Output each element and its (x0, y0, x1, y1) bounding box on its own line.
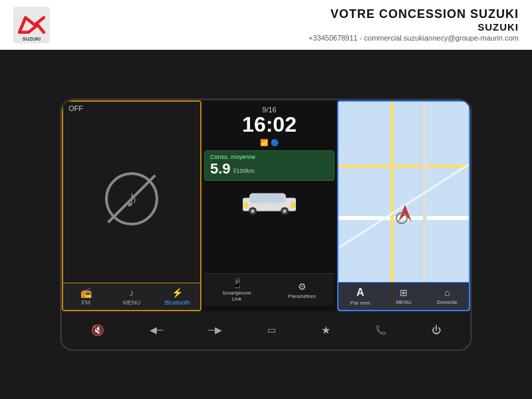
time-display: 16:02 (242, 114, 297, 135)
header-info: VOTRE CONCESSION SUZUKI SUZUKI +33450678… (309, 7, 519, 42)
wifi-status-icon: 📶 (260, 139, 268, 146)
header: SUZUKI VOTRE CONCESSION SUZUKI SUZUKI +3… (0, 0, 532, 50)
no-music-icon: ♪ (105, 172, 158, 225)
mute-icon: 🔇 (91, 324, 104, 336)
audio-off-label: OFF (63, 102, 200, 115)
screen-content: OFF ♪ 📻 FM ♪ MENU ⚡ (62, 100, 470, 312)
date-time-display: 9/16 16:02 (242, 106, 297, 135)
svg-rect-4 (251, 194, 266, 201)
fm-button[interactable]: 📻 FM (63, 283, 109, 310)
dealer-title-line1: VOTRE CONCESSION SUZUKI (309, 7, 519, 21)
smartphone-label: SmartphoneLink (222, 290, 251, 302)
navigation-panel: A Par nom ⊞ MENU ⌂ Domicile (337, 100, 470, 312)
svg-point-9 (283, 209, 287, 213)
svg-line-12 (338, 164, 469, 248)
dealer-contact: +33450678911 - commercial.suzukiannecy@g… (309, 34, 519, 42)
parametres-button[interactable]: ⚙ Paramètres (269, 274, 334, 306)
no-music-area: ♪ (63, 115, 200, 283)
dealer-title-line2: SUZUKI (309, 21, 519, 33)
consumption-card: Conso. moyenne 5.9 l/100km (204, 150, 334, 181)
star-icon: ★ (321, 324, 331, 336)
audio-bottom-bar: 📻 FM ♪ MENU ⚡ Bluetooth (63, 283, 200, 310)
bluetooth-status-icon: 🔵 (271, 139, 279, 146)
mute-button[interactable]: 🔇 (91, 324, 104, 336)
home-icon: ⌂ (444, 287, 450, 298)
par-nom-button[interactable]: A Par nom (338, 283, 382, 310)
map-svg-roads (338, 102, 469, 311)
music-note-icon: ♪ (126, 185, 138, 213)
menu-audio-button[interactable]: ♪ MENU (109, 283, 155, 310)
main-area: OFF ♪ 📻 FM ♪ MENU ⚡ (0, 50, 532, 399)
status-icons-row: 📶 🔵 (260, 139, 279, 146)
svg-rect-10 (243, 202, 248, 207)
volume-up-button[interactable]: ─▶ (208, 325, 222, 335)
domicile-button[interactable]: ⌂ Domicile (426, 283, 469, 310)
domicile-label: Domicile (437, 299, 458, 305)
smartphone-link-button[interactable]: 📱 SmartphoneLink (204, 274, 269, 306)
svg-rect-11 (291, 202, 296, 207)
phone-button[interactable]: 📞 (375, 325, 386, 335)
favorites-button[interactable]: ★ (321, 324, 331, 336)
parametres-label: Paramètres (288, 293, 315, 299)
power-icon: ⏻ (432, 325, 441, 335)
svg-point-7 (251, 209, 255, 213)
audio-panel: OFF ♪ 📻 FM ♪ MENU ⚡ (62, 100, 201, 312)
consumption-unit: l/100km (233, 167, 255, 174)
par-nom-icon: A (356, 287, 364, 299)
consumption-value: 5.9 (210, 160, 231, 177)
bluetooth-label: Bluetooth (165, 299, 190, 306)
car-infotainment-screen: OFF ♪ 📻 FM ♪ MENU ⚡ (60, 98, 472, 351)
nav-bottom-bar: A Par nom ⊞ MENU ⌂ Domicile (338, 282, 469, 310)
volume-up-icon: ─▶ (208, 325, 222, 335)
screen-icon: ▭ (267, 325, 276, 335)
menu-audio-icon: ♪ (130, 287, 134, 298)
power-button[interactable]: ⏻ (432, 325, 441, 335)
screen-toggle-button[interactable]: ▭ (267, 325, 276, 335)
nav-menu-button[interactable]: ⊞ MENU (382, 283, 425, 310)
fm-label: FM (82, 299, 90, 306)
contact-separator: - (360, 34, 364, 42)
hardware-control-bar: 🔇 ◀─ ─▶ ▭ ★ 📞 ⏻ (62, 311, 470, 348)
bluetooth-icon: ⚡ (172, 287, 183, 298)
menu-audio-label: MENU (123, 299, 141, 306)
smartphone-icon: 📱 (231, 278, 243, 289)
consumption-label: Conso. moyenne (210, 154, 329, 160)
nav-menu-icon: ⊞ (400, 287, 408, 298)
par-nom-label: Par nom (350, 300, 370, 306)
center-panel: 9/16 16:02 📶 🔵 Conso. moyenne 5.9 l/100k… (201, 100, 337, 312)
suzuki-logo-icon: SUZUKI (13, 7, 50, 43)
dealer-email: commercial.suzukiannecy@groupe-maurin.co… (364, 34, 519, 42)
svg-rect-5 (269, 194, 283, 201)
fm-icon: 📻 (80, 287, 92, 298)
dealer-phone: +33450678911 (309, 34, 358, 42)
volume-down-button[interactable]: ◀─ (150, 325, 164, 335)
car-illustration (239, 186, 299, 219)
phone-icon: 📞 (375, 325, 386, 335)
center-bottom-bar: 📱 SmartphoneLink ⚙ Paramètres (204, 273, 334, 306)
nav-menu-label: MENU (396, 299, 412, 305)
map-display (338, 102, 469, 311)
gear-icon: ⚙ (298, 281, 307, 292)
bluetooth-button[interactable]: ⚡ Bluetooth (154, 283, 200, 310)
volume-down-icon: ◀─ (150, 325, 164, 335)
svg-text:SUZUKI: SUZUKI (23, 36, 41, 42)
